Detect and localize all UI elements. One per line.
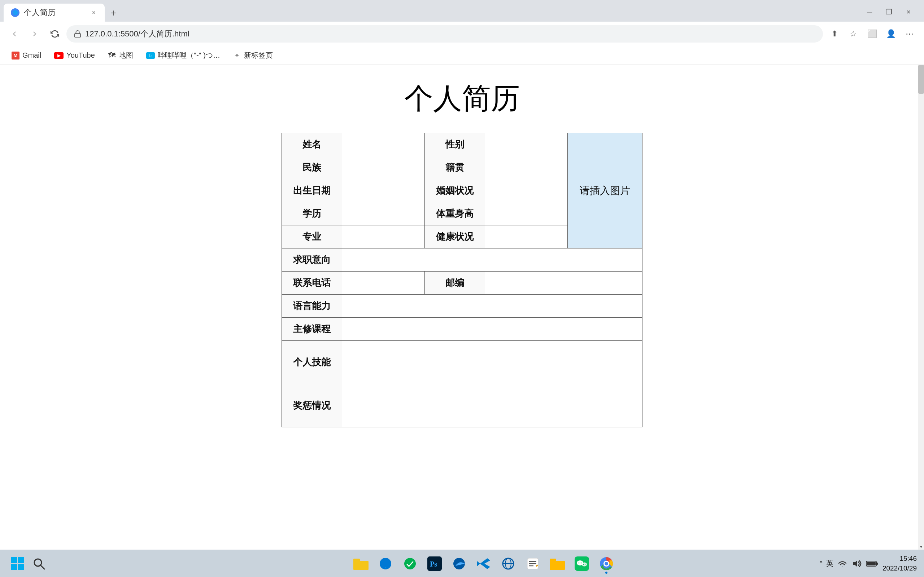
- label-ethnicity: 民族: [282, 156, 342, 179]
- svg-rect-35: [876, 562, 878, 565]
- label-job-intention: 求职意向: [282, 248, 342, 272]
- tray-language[interactable]: 英: [826, 559, 834, 568]
- taskbar-vscode[interactable]: [472, 552, 495, 575]
- search-button[interactable]: [29, 554, 49, 574]
- taskbar-app3[interactable]: [399, 552, 422, 575]
- nav-actions: ⬆ ☆ ⬜ 👤 ⋯: [826, 25, 918, 43]
- bookmark-bilibili-label: 哔哩哔哩（"-" )つ…: [158, 50, 220, 60]
- youtube-icon: ▶: [54, 52, 63, 59]
- table-row: 奖惩情况: [282, 384, 643, 427]
- taskbar-ie[interactable]: [497, 552, 520, 575]
- tray-chevron[interactable]: ^: [819, 560, 822, 567]
- maps-icon: 🗺: [108, 52, 116, 60]
- taskbar-wechat[interactable]: [570, 552, 593, 575]
- value-phone: [342, 272, 425, 295]
- value-zipcode: [485, 272, 642, 295]
- account-button[interactable]: 👤: [882, 25, 900, 43]
- table-row: 个人技能: [282, 341, 643, 384]
- bookmark-button[interactable]: ☆: [845, 25, 862, 43]
- address-bar[interactable]: 127.0.0.1:5500/个人简历.html: [66, 25, 823, 43]
- back-button[interactable]: [6, 25, 23, 43]
- bookmark-youtube[interactable]: ▶ YouTube: [48, 48, 101, 62]
- tab-favicon: 🌐: [11, 8, 19, 17]
- photo-cell: 请插入图片: [568, 133, 643, 248]
- svg-rect-22: [550, 559, 556, 562]
- value-job-intention: [342, 248, 643, 272]
- restore-button[interactable]: ❐: [881, 3, 897, 20]
- value-major: [342, 226, 425, 248]
- svg-point-33: [604, 562, 608, 566]
- svg-point-25: [578, 562, 580, 563]
- system-tray: ^ 英 15:46: [819, 554, 917, 573]
- label-hometown: 籍贯: [425, 156, 485, 179]
- value-marital: [485, 179, 568, 202]
- taskbar-chrome[interactable]: [595, 552, 618, 575]
- minimize-button[interactable]: ─: [861, 3, 878, 20]
- svg-rect-6: [18, 564, 24, 570]
- bookmark-newtab-label: 新标签页: [244, 50, 273, 60]
- svg-point-11: [404, 558, 416, 569]
- resume-container: 个人简历 姓名 性别 请插入图片 民族 籍贯: [0, 65, 924, 550]
- svg-point-28: [583, 564, 584, 564]
- bookmark-gmail-label: Gmail: [23, 51, 41, 60]
- tab-close-button[interactable]: ×: [89, 8, 99, 18]
- label-health: 健康状况: [425, 226, 485, 248]
- taskbar-edge2[interactable]: [447, 552, 471, 575]
- taskbar-notepencil[interactable]: [521, 552, 544, 575]
- label-gender: 性别: [425, 133, 485, 156]
- url-text: 127.0.0.1:5500/个人简历.html: [85, 29, 189, 39]
- refresh-button[interactable]: [46, 25, 63, 43]
- active-tab[interactable]: 🌐 个人简历 ×: [3, 3, 105, 22]
- svg-rect-4: [18, 557, 24, 563]
- tab-title: 个人简历: [24, 7, 56, 18]
- label-skills: 个人技能: [282, 341, 342, 384]
- gmail-icon: M: [11, 52, 19, 60]
- split-button[interactable]: ⬜: [863, 25, 881, 43]
- bookmark-bilibili[interactable]: b 哔哩哔哩（"-" )つ…: [141, 48, 226, 63]
- taskbar-pinned-apps: Ps: [349, 552, 618, 575]
- svg-rect-3: [11, 557, 17, 563]
- svg-rect-10: [353, 559, 360, 562]
- scroll-down-arrow[interactable]: ▼: [918, 544, 924, 550]
- value-height-weight: [485, 202, 568, 226]
- taskbar-edge[interactable]: [374, 552, 397, 575]
- svg-point-29: [585, 564, 585, 564]
- bookmark-maps[interactable]: 🗺 地图: [102, 48, 139, 63]
- share-button[interactable]: ⬆: [826, 25, 843, 43]
- forward-button[interactable]: [26, 25, 43, 43]
- close-button[interactable]: ×: [900, 3, 917, 20]
- label-height-weight: 体重身高: [425, 202, 485, 226]
- new-tab-button[interactable]: +: [105, 4, 122, 22]
- value-name: [342, 133, 425, 156]
- scroll-thumb[interactable]: [918, 65, 924, 94]
- bookmark-newtab[interactable]: ✦ 新标签页: [228, 48, 279, 63]
- value-ethnicity: [342, 156, 425, 179]
- label-education: 学历: [282, 202, 342, 226]
- system-clock[interactable]: 15:46 2022/10/29: [882, 554, 917, 573]
- label-name: 姓名: [282, 133, 342, 156]
- value-health: [485, 226, 568, 248]
- menu-button[interactable]: ⋯: [901, 25, 918, 43]
- bookmark-maps-label: 地图: [119, 50, 133, 60]
- svg-rect-2: [75, 34, 81, 37]
- start-button[interactable]: [7, 554, 27, 574]
- tab-bar: 🌐 个人简历 × + ─ ❐ ×: [0, 0, 924, 22]
- value-awards: [342, 384, 643, 427]
- value-birthdate: [342, 179, 425, 202]
- svg-line-8: [40, 565, 44, 569]
- taskbar-photoshop[interactable]: Ps: [423, 552, 446, 575]
- navigation-bar: 127.0.0.1:5500/个人简历.html ⬆ ☆ ⬜ 👤 ⋯: [0, 22, 924, 46]
- svg-point-27: [582, 562, 587, 566]
- volume-icon: [851, 559, 862, 568]
- window-controls: ─ ❐ ×: [861, 3, 917, 20]
- taskbar-folder2[interactable]: [546, 552, 569, 575]
- search-icon: [32, 557, 45, 570]
- wifi-icon: [837, 559, 848, 568]
- taskbar: Ps: [0, 550, 924, 577]
- vertical-scrollbar[interactable]: ▲ ▼: [918, 65, 924, 550]
- taskbar-file-explorer[interactable]: [349, 552, 373, 575]
- label-courses: 主修课程: [282, 318, 342, 341]
- svg-text:🌐: 🌐: [13, 10, 18, 15]
- newtab-icon: ✦: [233, 52, 241, 60]
- bookmark-gmail[interactable]: M Gmail: [6, 48, 47, 62]
